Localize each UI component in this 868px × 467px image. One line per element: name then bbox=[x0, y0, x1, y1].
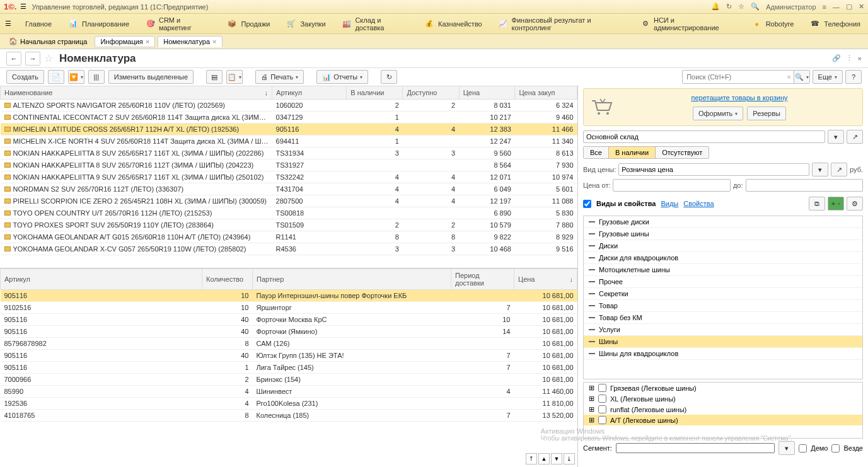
menu-main[interactable]: Главное bbox=[23, 19, 54, 29]
settings-props-button[interactable]: ⚙ bbox=[847, 197, 863, 210]
minimize-icon[interactable]: — bbox=[833, 3, 840, 11]
settings-icon[interactable]: ≡ bbox=[823, 3, 826, 11]
segment-input[interactable] bbox=[616, 443, 775, 453]
admin-label[interactable]: Администратор bbox=[766, 3, 816, 11]
maximize-icon[interactable]: ▢ bbox=[846, 3, 852, 11]
category-item[interactable]: Грузовые шины bbox=[584, 228, 862, 240]
table-row[interactable]: ALTENZO SPORTS NAVIGATOR 265/60R18 110V … bbox=[1, 100, 577, 112]
table-row[interactable]: 90511610Пауэр Интернэшнл-шины повер Форт… bbox=[1, 290, 577, 302]
category-item[interactable]: Диски bbox=[584, 240, 862, 252]
tab-home[interactable]: 🏠 Начальная страница bbox=[4, 36, 92, 47]
price-type-open[interactable]: ↗ bbox=[831, 163, 847, 176]
col-delivery[interactable]: Период доставки bbox=[451, 269, 514, 290]
offers-table[interactable]: Артикул Количество Партнер Период достав… bbox=[0, 268, 577, 451]
reserves-button[interactable]: Резервы bbox=[747, 107, 786, 120]
favorite-icon[interactable]: ☆ bbox=[44, 52, 53, 64]
copy-button[interactable]: 📄 bbox=[48, 70, 64, 84]
category-item[interactable]: Грузовые диски bbox=[584, 216, 862, 228]
col-qty[interactable]: Количество bbox=[202, 269, 253, 290]
checkout-button[interactable]: Оформить ▾ bbox=[693, 107, 743, 120]
menu-crm[interactable]: 🎯CRM и маркетинг bbox=[143, 15, 213, 33]
menu-finance[interactable]: 📈Финансовый результат и контроллинг bbox=[496, 15, 627, 33]
demo-checkbox[interactable] bbox=[799, 444, 807, 453]
table-row[interactable]: TOYO OPEN COUNTRY U/T 265/70R16 112H (ЛЕ… bbox=[1, 207, 577, 219]
reports-button[interactable]: 📊 Отчеты ▾ bbox=[316, 70, 368, 84]
filter-all[interactable]: Все bbox=[584, 147, 609, 158]
close-icon[interactable]: ✕ bbox=[859, 3, 864, 11]
category-list[interactable]: Грузовые дискиГрузовые шиныДискиДиски дл… bbox=[583, 216, 863, 379]
everywhere-checkbox[interactable] bbox=[831, 444, 840, 453]
copy-props-button[interactable]: ⧉ bbox=[809, 197, 825, 210]
table-row[interactable]: NOKIAN HAKKAPELIITTA 8 SUV 265/70R16 112… bbox=[1, 159, 577, 171]
page-last[interactable]: ⤓ bbox=[564, 453, 575, 464]
products-table[interactable]: Наименование ↓ Артикул В наличии Доступн… bbox=[0, 86, 577, 268]
filter-list[interactable]: ⊞Грязевая (Легковые шины)⊞XL (Легковые ш… bbox=[583, 382, 863, 439]
edit-selected-button[interactable]: Изменить выделенные bbox=[108, 70, 194, 84]
warehouse-select[interactable] bbox=[583, 130, 825, 143]
col-sku2[interactable]: Артикул bbox=[1, 269, 202, 290]
category-item[interactable]: Прочее bbox=[584, 276, 862, 288]
table-row[interactable]: YOKOHAMA GEOLANDAR A/T G015 265/60R18 11… bbox=[1, 231, 577, 243]
filter-item[interactable]: ⊞Грязевая (Легковые шины) bbox=[584, 383, 862, 393]
col-avail[interactable]: Доступно bbox=[403, 86, 459, 100]
table-row[interactable]: YOKOHAMA GEOLANDAR X-CV G057 265/50R19 1… bbox=[1, 243, 577, 255]
add-props-button[interactable]: +▾ bbox=[828, 197, 844, 210]
bell-icon[interactable]: 🔔 bbox=[711, 3, 720, 11]
segment-dd[interactable]: ▾ bbox=[778, 441, 795, 455]
more-button[interactable]: Еще ▾ bbox=[813, 70, 843, 84]
table-row[interactable]: PIRELLI SCORPION ICE ZERO 2 265/45R21 10… bbox=[1, 195, 577, 207]
filter-item[interactable]: ⊞A/T (Легковые шины) bbox=[584, 415, 862, 425]
table-row[interactable]: 90511640Форточки (Ямкино)1410 681,00 bbox=[1, 326, 577, 338]
close-page-icon[interactable]: × bbox=[858, 55, 862, 62]
col-stock[interactable]: В наличии bbox=[347, 86, 403, 100]
menu-telephony[interactable]: ☎Телефония bbox=[807, 18, 863, 30]
help-button[interactable]: ? bbox=[845, 70, 862, 84]
category-item[interactable]: Диски для квадроциклов bbox=[584, 252, 862, 264]
table-row[interactable]: 70009662Бринэкс (154)10 681,00 bbox=[1, 374, 577, 386]
category-item[interactable]: Шины bbox=[584, 336, 862, 348]
filter-item[interactable]: ⊞XL (Легковые шины) bbox=[584, 393, 862, 404]
category-item[interactable]: Товар bbox=[584, 300, 862, 312]
cart-drop-link[interactable]: перетащите товары в корзину bbox=[622, 94, 857, 101]
price-type-select[interactable] bbox=[618, 163, 809, 176]
create-button[interactable]: Создать bbox=[6, 70, 44, 84]
barcode-button[interactable]: ||| bbox=[88, 70, 105, 84]
page-up[interactable]: ▲ bbox=[538, 453, 550, 464]
price-from-input[interactable] bbox=[613, 179, 730, 192]
table-row[interactable]: TOYO PROXES SPORT SUV 265/50R19 110Y (ЛЕ… bbox=[1, 219, 577, 231]
price-to-input[interactable] bbox=[746, 179, 863, 192]
menu-robotyre[interactable]: ●Robotyre bbox=[749, 18, 797, 30]
filter-button[interactable]: 🔽▾ bbox=[68, 70, 84, 84]
category-item[interactable]: Мотоциклетные шины bbox=[584, 264, 862, 276]
col-price[interactable]: Цена bbox=[459, 86, 515, 100]
menu-nsi[interactable]: ⚙НСИ и администрирование bbox=[638, 15, 738, 33]
col-price2[interactable]: Цена ↓ bbox=[514, 269, 577, 290]
list-button[interactable]: ▤ bbox=[206, 70, 223, 84]
menu-warehouse[interactable]: 🏭Склад и доставка bbox=[340, 15, 410, 33]
category-item[interactable]: Услуги bbox=[584, 324, 862, 336]
table-row[interactable]: 1925364Pro100Kolesa (231)11 810,00 bbox=[1, 398, 577, 410]
table-row[interactable]: 857968789828САМ (126)10 681,00 bbox=[1, 338, 577, 350]
page-down[interactable]: ▼ bbox=[551, 453, 562, 464]
col-cost[interactable]: Цена закуп bbox=[515, 86, 577, 100]
print-button[interactable]: 🖨 Печать ▾ bbox=[255, 70, 304, 84]
refresh-button[interactable]: ↻ bbox=[381, 70, 397, 84]
history-icon[interactable]: ↻ bbox=[726, 3, 732, 11]
tab-nomenclature[interactable]: Номенклатура × bbox=[158, 36, 222, 47]
table-row[interactable]: 910251610Яршинторг710 681,00 bbox=[1, 302, 577, 314]
tab-info[interactable]: Информация × bbox=[95, 36, 155, 47]
search-button[interactable]: 🔍▾ bbox=[794, 70, 810, 84]
clear-search-icon[interactable]: × bbox=[787, 73, 790, 81]
link-icon[interactable]: 🔗 bbox=[832, 54, 841, 62]
table-row[interactable]: 90511640Юлтэк Групп (135) НЕ ЭТА!710 681… bbox=[1, 350, 577, 362]
table-row[interactable]: 859904Шининвест411 460,00 bbox=[1, 386, 577, 398]
table-row[interactable]: NOKIAN HAKKAPELIITTA 9 SUV 265/65R17 116… bbox=[1, 171, 577, 183]
menu-purchases[interactable]: 🛒Закупки bbox=[284, 18, 328, 30]
table-row[interactable]: 410187658Колесница (185)713 520,00 bbox=[1, 410, 577, 422]
nav-forward-button[interactable]: → bbox=[25, 52, 40, 66]
col-sku[interactable]: Артикул bbox=[272, 86, 347, 100]
category-item[interactable]: Секретки bbox=[584, 288, 862, 300]
props-checkbox[interactable] bbox=[583, 200, 591, 208]
nav-back-button[interactable]: ← bbox=[6, 52, 21, 66]
props-link[interactable]: Свойства bbox=[683, 200, 714, 207]
